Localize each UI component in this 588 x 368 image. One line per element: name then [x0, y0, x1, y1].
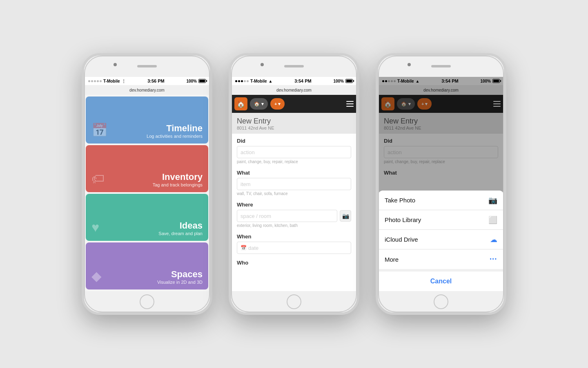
timeline-subtitle: Log activities and reminders: [147, 134, 203, 139]
ideas-title: Ideas: [180, 220, 203, 231]
action-sheet: Take Photo 📷 Photo Library ⬜ iCloud Driv…: [378, 191, 504, 291]
phone-1: T-Mobile ⋮ 3:56 PM 100% dev.homediary.co…: [82, 53, 212, 315]
inventory-title: Inventory: [162, 172, 203, 182]
where-hint: exterior, living room, kitchen, bath: [237, 223, 351, 228]
what-input[interactable]: item: [237, 178, 351, 190]
phone-top-3: [378, 56, 504, 77]
ideas-subtitle: Save, dream and plan: [158, 231, 203, 236]
screen-3: T-Mobile ▲ 3:54 PM 100% dev.homediary.co…: [378, 77, 504, 291]
action-take-photo[interactable]: Take Photo 📷: [378, 191, 504, 210]
battery-fill-2: [346, 80, 352, 82]
signal-dot: [244, 80, 246, 82]
wifi-icon-1: ⋮: [122, 79, 126, 83]
photo-library-label: Photo Library: [385, 216, 421, 223]
battery-icon-1: [198, 79, 206, 83]
where-input[interactable]: space / room: [237, 210, 337, 222]
tile-timeline[interactable]: 📅 Timeline Log activities and reminders: [86, 96, 208, 144]
what-label: What: [237, 170, 351, 176]
timeline-icon: 📅: [91, 122, 108, 138]
signal-dot: [91, 80, 93, 82]
when-placeholder: date: [248, 245, 258, 251]
wifi-icon-2: ▲: [269, 79, 273, 83]
icloud-icon: ☁: [490, 235, 497, 244]
where-label: Where: [237, 202, 351, 208]
hamburger-line: [346, 101, 354, 102]
signal-dot: [88, 80, 90, 82]
home-btn-2[interactable]: 🏠 ▾: [250, 98, 268, 110]
tile-ideas[interactable]: ♥ Ideas Save, dream and plan: [86, 194, 208, 241]
hamburger-2[interactable]: [346, 101, 354, 107]
home-button-3[interactable]: [434, 294, 448, 309]
hamburger-line: [346, 106, 354, 107]
phone-2: T-Mobile ▲ 3:54 PM 100% dev.homediary.co…: [229, 53, 359, 315]
where-input-row: space / room 📷: [237, 210, 351, 222]
screen-2: T-Mobile ▲ 3:54 PM 100% dev.homediary.co…: [231, 77, 357, 291]
spaces-title: Spaces: [171, 269, 203, 280]
form-body-2: Did action paint, change, buy, repair, r…: [231, 134, 357, 291]
icloud-drive-label: iCloud Drive: [385, 236, 418, 243]
action-more[interactable]: More •••: [378, 249, 504, 269]
what-placeholder: item: [241, 181, 251, 187]
speaker-1: [137, 65, 157, 67]
signal-dot: [94, 80, 96, 82]
more-icon: •••: [490, 256, 497, 262]
url-1: dev.homediary.com: [129, 88, 165, 92]
spaces-icon: ◆: [91, 268, 102, 284]
status-left-2: T-Mobile ▲: [235, 79, 272, 83]
battery-icon-2: [345, 79, 353, 83]
signal-dot: [235, 80, 237, 82]
where-placeholder: space / room: [241, 213, 271, 219]
menu-screen: 📅 Timeline Log activities and reminders …: [84, 95, 210, 291]
battery-fill-1: [199, 80, 205, 82]
camera-2: [261, 63, 264, 66]
form-address-2: 8011 42nd Ave NE: [237, 126, 351, 130]
camera-icon: 📷: [488, 196, 497, 205]
home-icon: 🏠: [254, 101, 260, 107]
carrier-2: T-Mobile: [250, 79, 267, 83]
home-button-1[interactable]: [140, 294, 154, 309]
address-bar-2: dev.homediary.com: [231, 85, 357, 95]
status-left-1: T-Mobile ⋮: [88, 79, 126, 83]
camera-3: [408, 63, 411, 66]
overlay: Take Photo 📷 Photo Library ⬜ iCloud Driv…: [378, 77, 504, 291]
phone-3: T-Mobile ▲ 3:54 PM 100% dev.homediary.co…: [376, 53, 506, 315]
battery-pct-2: 100%: [333, 79, 344, 83]
tile-spaces[interactable]: ◆ Spaces Visualize in 2D and 3D: [86, 242, 208, 289]
app-header-2: 🏠 🏠 ▾ + ▾: [231, 95, 357, 113]
phone-bottom-2: [231, 291, 357, 312]
hamburger-line: [346, 103, 354, 104]
status-bar-2: T-Mobile ▲ 3:54 PM 100%: [231, 77, 357, 85]
action-icloud-drive[interactable]: iCloud Drive ☁: [378, 230, 504, 249]
home-button-2[interactable]: [287, 294, 301, 309]
app-logo-2: 🏠: [234, 97, 247, 110]
form-title-2: New Entry: [237, 117, 351, 126]
when-input[interactable]: 📅 date: [237, 242, 351, 254]
scene: T-Mobile ⋮ 3:56 PM 100% dev.homediary.co…: [0, 0, 588, 368]
signal-dot: [247, 80, 249, 82]
camera-1: [114, 63, 117, 66]
add-btn-2[interactable]: + ▾: [270, 98, 285, 110]
did-input[interactable]: action: [237, 146, 351, 158]
did-hint: paint, change, buy, repair, replace: [237, 159, 351, 164]
signal-dot: [241, 80, 243, 82]
time-1: 3:56 PM: [147, 79, 165, 83]
more-label: More: [385, 256, 399, 263]
time-2: 3:54 PM: [294, 79, 312, 83]
action-photo-library[interactable]: Photo Library ⬜: [378, 210, 504, 230]
who-section: Who: [231, 256, 357, 269]
signal-dot: [100, 80, 102, 82]
status-bar-1: T-Mobile ⋮ 3:56 PM 100%: [84, 77, 210, 85]
calendar-icon: 📅: [241, 245, 247, 251]
signal-dot: [97, 80, 99, 82]
phone-bottom-3: [378, 291, 504, 312]
camera-btn[interactable]: 📷: [340, 210, 351, 222]
inventory-subtitle: Tag and track belongings: [153, 182, 203, 187]
home-chevron: ▾: [261, 101, 264, 107]
signal-dot: [238, 80, 240, 82]
signal-2: [235, 80, 249, 82]
tile-inventory[interactable]: 🏷 Inventory Tag and track belongings: [86, 145, 208, 192]
phone-top-1: [84, 56, 210, 77]
what-section: What item wall, TV, chair, sofa, furnace: [231, 166, 357, 197]
screen-1: T-Mobile ⋮ 3:56 PM 100% dev.homediary.co…: [84, 77, 210, 291]
cancel-btn[interactable]: Cancel: [378, 272, 504, 291]
